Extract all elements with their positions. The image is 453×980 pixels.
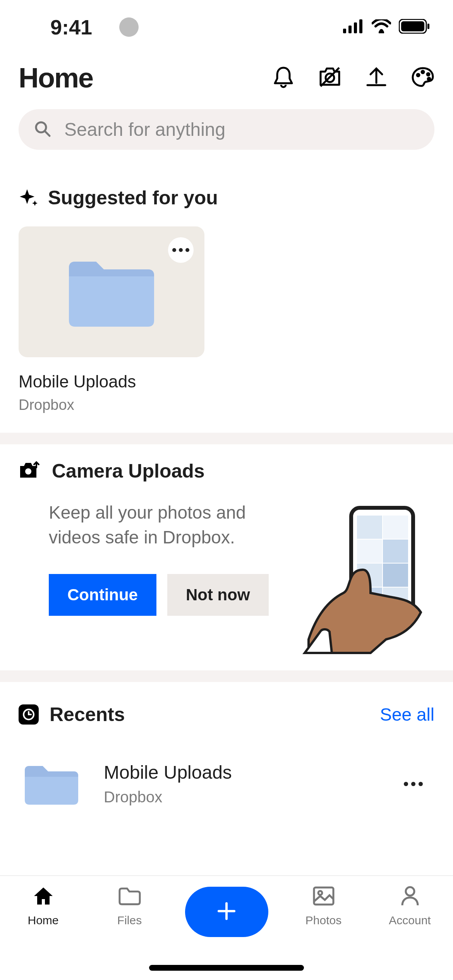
svg-rect-2 [354, 22, 357, 33]
home-indicator [149, 965, 304, 971]
see-all-link[interactable]: See all [380, 704, 434, 725]
bell-icon [273, 65, 294, 90]
wifi-icon [372, 19, 391, 35]
fab-add-button[interactable] [185, 884, 268, 937]
battery-icon [399, 19, 430, 35]
camera-upload-icon [19, 461, 40, 481]
notifications-button[interactable] [272, 66, 295, 89]
svg-point-30 [318, 891, 322, 895]
folder-outline-icon [118, 884, 141, 908]
camera-uploads-title: Camera Uploads [52, 460, 205, 482]
search-input[interactable]: Search for anything [19, 109, 434, 150]
folder-icon [65, 252, 158, 331]
svg-line-15 [45, 131, 50, 136]
suggested-section-header: Suggested for you [0, 165, 453, 223]
cellular-icon [343, 19, 364, 35]
tab-label: Files [117, 914, 142, 927]
svg-rect-23 [383, 564, 408, 587]
suggested-card-more-button[interactable] [168, 237, 194, 263]
tab-bar: Home Files Photos Account [0, 875, 453, 980]
suggested-card-name: Mobile Uploads [19, 372, 204, 391]
svg-rect-1 [348, 26, 352, 33]
not-now-button[interactable]: Not now [167, 574, 269, 616]
svg-point-13 [428, 78, 430, 80]
tab-account[interactable]: Account [379, 884, 441, 927]
recent-item-name: Mobile Uploads [104, 762, 373, 783]
clock-icon [19, 704, 39, 725]
svg-rect-21 [383, 540, 408, 563]
camera-off-icon [317, 66, 342, 89]
svg-point-10 [417, 74, 419, 76]
svg-rect-6 [401, 21, 424, 31]
tab-home[interactable]: Home [12, 884, 74, 927]
svg-point-11 [422, 71, 424, 73]
plus-icon [215, 899, 238, 924]
suggested-card-thumbnail [19, 226, 204, 357]
recents-section-header: Recents See all [0, 682, 453, 737]
tab-label: Account [389, 914, 431, 927]
svg-rect-0 [343, 29, 346, 33]
tab-photos[interactable]: Photos [293, 884, 355, 927]
svg-rect-19 [383, 516, 408, 539]
camera-uploads-description: Keep all your photos and videos safe in … [49, 500, 276, 550]
camera-off-button[interactable] [318, 66, 341, 89]
svg-rect-7 [427, 24, 429, 29]
header: Home [0, 54, 453, 105]
search-icon [34, 120, 51, 139]
camera-uploads-card: Camera Uploads Keep all your photos and … [0, 444, 453, 670]
upload-button[interactable] [365, 66, 388, 89]
palette-icon [411, 67, 434, 89]
svg-point-16 [25, 468, 31, 475]
svg-point-31 [406, 887, 414, 896]
svg-point-4 [379, 29, 383, 33]
recent-item-sub: Dropbox [104, 788, 373, 806]
recent-item[interactable]: Mobile Uploads Dropbox [19, 749, 434, 819]
photo-icon [312, 884, 335, 908]
account-icon [398, 884, 422, 908]
svg-rect-18 [357, 516, 382, 539]
status-recording-dot [119, 17, 139, 37]
status-bar: 9:41 [0, 0, 453, 54]
recent-item-more-button[interactable] [396, 774, 431, 794]
suggested-title: Suggested for you [48, 187, 218, 209]
suggested-card-sub: Dropbox [19, 397, 204, 413]
tab-label: Home [27, 914, 58, 927]
appearance-button[interactable] [411, 66, 434, 89]
sparkle-icon [19, 188, 39, 208]
svg-rect-3 [359, 19, 362, 33]
svg-rect-20 [357, 540, 382, 563]
search-placeholder: Search for anything [64, 119, 225, 140]
home-icon [32, 884, 55, 908]
continue-button[interactable]: Continue [49, 574, 156, 616]
tab-files[interactable]: Files [99, 884, 161, 927]
upload-icon [365, 66, 388, 90]
recents-title: Recents [50, 703, 125, 726]
status-time: 9:41 [50, 15, 92, 39]
divider [0, 670, 453, 682]
suggested-card[interactable]: Mobile Uploads Dropbox [19, 226, 204, 413]
svg-point-12 [427, 73, 429, 75]
hand-holding-phone-illustration [291, 500, 434, 647]
divider [0, 433, 453, 444]
tab-label: Photos [305, 914, 341, 927]
folder-icon [22, 761, 81, 807]
svg-line-9 [321, 68, 339, 86]
page-title: Home [19, 62, 93, 94]
